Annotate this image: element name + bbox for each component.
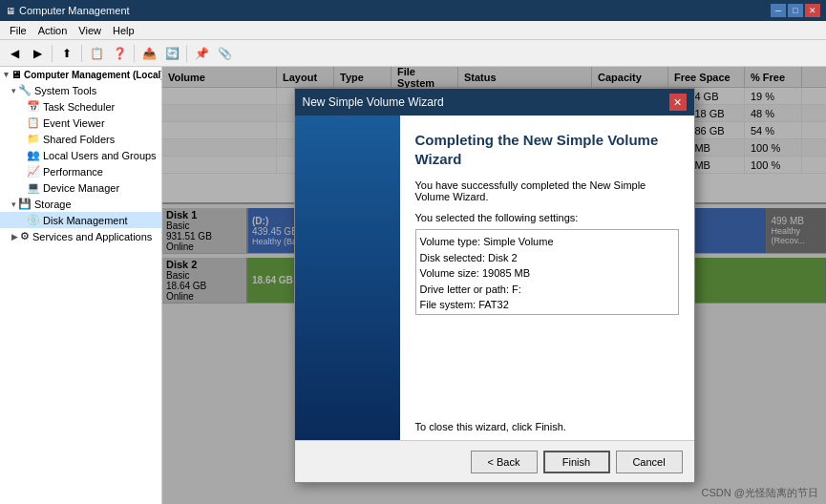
expand-services-icon[interactable]: ▶ (11, 232, 18, 242)
task-label: Task Scheduler (43, 101, 115, 113)
device-label: Device Manager (43, 182, 119, 194)
extra-btn[interactable]: 📎 (214, 43, 235, 64)
finish-button[interactable]: Finish (543, 451, 610, 473)
services-label: Services and Applications (32, 231, 152, 242)
device-icon: 💻 (27, 181, 40, 194)
modal-title-text: New Simple Volume Wizard (303, 95, 444, 109)
modal-footer-text: To close this wizard, click Finish. (415, 421, 679, 432)
modal-heading: Completing the New Simple Volume Wizard (415, 131, 679, 168)
expand-root-icon[interactable]: ▾ (4, 70, 9, 79)
task-icon: 📅 (27, 100, 40, 113)
storage-label: Storage (34, 199, 72, 210)
sidebar-shared-folders[interactable]: 📁 Shared Folders (0, 131, 161, 147)
disk-mgmt-icon: 💿 (27, 214, 40, 226)
perf-label: Performance (43, 166, 103, 178)
setting-volume-type: Volume type: Simple Volume (420, 234, 674, 250)
event-label: Event Viewer (43, 117, 105, 129)
shared-label: Shared Folders (43, 134, 115, 145)
sidebar-local-users[interactable]: 👥 Local Users and Groups (0, 147, 161, 163)
storage-icon: 💾 (18, 198, 32, 210)
menu-action[interactable]: Action (32, 23, 74, 38)
window-controls: ─ □ ✕ (771, 4, 820, 17)
modal-settings-label: You selected the following settings: (415, 212, 679, 223)
modal-close-btn[interactable]: ✕ (669, 94, 687, 111)
setting-size: Volume size: 19085 MB (420, 265, 674, 282)
users-icon: 👥 (27, 149, 40, 161)
refresh-btn[interactable]: 🔄 (161, 43, 182, 64)
app-title: Computer Management (19, 5, 130, 16)
export-btn[interactable]: 📤 (138, 43, 159, 64)
event-icon: 📋 (27, 116, 40, 129)
modal-title-bar: New Simple Volume Wizard ✕ (295, 89, 694, 116)
sidebar-task-scheduler[interactable]: 📅 Task Scheduler (0, 98, 161, 115)
setting-drive-letter: Drive letter or path: F: (420, 282, 674, 298)
sidebar-event-viewer[interactable]: 📋 Event Viewer (0, 115, 161, 131)
back-button[interactable]: < Back (471, 451, 538, 473)
sidebar-system-tools[interactable]: ▾ 🔧 System Tools (0, 82, 161, 98)
modal-sidebar-graphic (295, 116, 400, 440)
back-btn[interactable]: ◀ (4, 43, 25, 64)
menu-help[interactable]: Help (107, 23, 140, 38)
close-btn[interactable]: ✕ (805, 4, 820, 17)
expand-system-icon[interactable]: ▾ (11, 86, 16, 95)
content-area: Volume Layout Type File System Status Ca… (162, 67, 826, 504)
system-tools-label: System Tools (34, 85, 96, 96)
modal-intro-text: You have successfully completed the New … (415, 179, 679, 202)
modal-body: Completing the New Simple Volume Wizard … (295, 116, 694, 440)
setting-alloc: Allocation unit size: Default (420, 313, 674, 316)
setting-disk: Disk selected: Disk 2 (420, 250, 674, 266)
show-hide-btn[interactable]: 📋 (86, 43, 107, 64)
wizard-modal: New Simple Volume Wizard ✕ Completing th… (294, 88, 695, 483)
perf-icon: 📈 (27, 165, 40, 178)
cancel-button[interactable]: Cancel (616, 451, 683, 473)
forward-btn[interactable]: ▶ (27, 43, 48, 64)
sidebar-disk-mgmt[interactable]: 💿 Disk Management (0, 212, 161, 228)
services-icon: ⚙ (20, 230, 30, 242)
maximize-btn[interactable]: □ (788, 4, 803, 17)
modal-overlay: New Simple Volume Wizard ✕ Completing th… (162, 67, 826, 504)
toolbar: ◀ ▶ ⬆ 📋 ❓ 📤 🔄 📌 📎 (0, 40, 826, 67)
computer-icon: 🖥 (11, 69, 21, 80)
minimize-btn[interactable]: ─ (771, 4, 786, 17)
sidebar-performance[interactable]: 📈 Performance (0, 163, 161, 179)
sidebar: ▾ 🖥 Computer Management (Local) ▾ 🔧 Syst… (0, 67, 162, 504)
expand-storage-icon[interactable]: ▾ (11, 200, 16, 209)
setting-filesystem: File system: FAT32 (420, 297, 674, 313)
menu-bar: File Action View Help (0, 21, 826, 40)
app-icon: 🖥 (6, 6, 15, 16)
settings-box[interactable]: Volume type: Simple Volume Disk selected… (415, 229, 679, 315)
title-bar: 🖥 Computer Management ─ □ ✕ (0, 0, 826, 21)
users-label: Local Users and Groups (43, 150, 157, 161)
properties-btn[interactable]: ❓ (109, 43, 130, 64)
sidebar-root-label: Computer Management (Local) (24, 70, 162, 80)
sidebar-storage[interactable]: ▾ 💾 Storage (0, 196, 161, 212)
watermark: CSDN @光怪陆离的节日 (702, 486, 818, 500)
system-tools-icon: 🔧 (18, 84, 32, 96)
sidebar-services[interactable]: ▶ ⚙ Services and Applications (0, 228, 161, 244)
sidebar-root[interactable]: ▾ 🖥 Computer Management (Local) (0, 67, 161, 82)
help-btn[interactable]: 📌 (191, 43, 212, 64)
disk-mgmt-label: Disk Management (43, 215, 128, 226)
sidebar-device-manager[interactable]: 💻 Device Manager (0, 179, 161, 196)
shared-icon: 📁 (27, 133, 40, 145)
modal-content-area: Completing the New Simple Volume Wizard … (400, 116, 694, 440)
main-container: ▾ 🖥 Computer Management (Local) ▾ 🔧 Syst… (0, 67, 826, 504)
up-btn[interactable]: ⬆ (56, 43, 77, 64)
menu-file[interactable]: File (4, 23, 32, 38)
modal-buttons-bar: < Back Finish Cancel (295, 440, 694, 482)
menu-view[interactable]: View (73, 23, 107, 38)
